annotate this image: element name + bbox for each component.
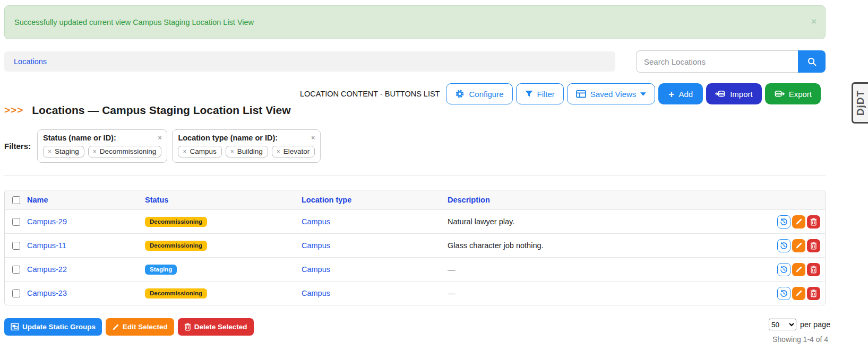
- configure-label: Configure: [469, 90, 503, 99]
- add-button[interactable]: + Add: [658, 83, 703, 104]
- filter-group-location-type-label: Location type (name or ID):: [178, 134, 278, 142]
- edit-selected-button[interactable]: Edit Selected: [106, 318, 174, 336]
- edit-button[interactable]: [792, 263, 805, 276]
- location-type-link[interactable]: Campus: [302, 265, 330, 274]
- breadcrumb-link-locations[interactable]: Locations: [14, 57, 47, 66]
- configure-button[interactable]: Configure: [446, 83, 512, 104]
- edit-button[interactable]: [792, 215, 805, 229]
- column-header-location-type[interactable]: Location type: [302, 196, 448, 204]
- pagination: 50 per page: [769, 319, 830, 330]
- table-row: Campus-29 Decommissioning Campus Natural…: [5, 209, 825, 233]
- search-bar: [636, 50, 826, 73]
- filter-tag-label: Staging: [55, 147, 79, 155]
- edit-button[interactable]: [792, 239, 805, 252]
- delete-button[interactable]: [807, 263, 820, 276]
- pencil-icon: [795, 266, 803, 273]
- pencil-icon: [795, 218, 803, 225]
- filter-tag-elevator[interactable]: ×Elevator: [272, 146, 315, 157]
- location-type-link[interactable]: Campus: [302, 241, 330, 250]
- column-header-name[interactable]: Name: [27, 196, 145, 204]
- remove-tag-icon[interactable]: ×: [230, 148, 234, 155]
- delete-selected-button[interactable]: Delete Selected: [178, 318, 254, 336]
- remove-tag-icon[interactable]: ×: [93, 148, 97, 155]
- location-type-link[interactable]: Campus: [302, 289, 330, 297]
- page-title-text: Locations — Campus Staging Location List…: [32, 104, 290, 117]
- description-cell: Natural lawyer play.: [448, 217, 772, 226]
- trash-icon: [810, 218, 817, 226]
- table-header-row: Name Status Location type Description: [5, 190, 825, 209]
- trash-icon: [810, 242, 817, 250]
- plus-icon: +: [668, 89, 674, 99]
- remove-tag-icon[interactable]: ×: [277, 148, 280, 155]
- history-clock-icon: [780, 242, 788, 250]
- delete-button[interactable]: [807, 239, 820, 252]
- row-checkbox[interactable]: [12, 242, 20, 250]
- import-button[interactable]: Import: [706, 83, 762, 104]
- changelog-button[interactable]: [777, 263, 790, 276]
- row-checkbox[interactable]: [12, 266, 20, 274]
- location-type-link[interactable]: Campus: [302, 217, 330, 226]
- alert-close-icon[interactable]: ×: [811, 16, 817, 27]
- select-all-checkbox[interactable]: [12, 196, 20, 204]
- delete-button[interactable]: [807, 287, 820, 300]
- table-row: Campus-23 Decommissioning Campus —: [5, 281, 825, 305]
- status-badge[interactable]: Staging: [145, 265, 177, 275]
- action-buttons-bar: LOCATION CONTENT - BUTTONS LIST Configur…: [4, 83, 821, 105]
- table-row: Campus-22 Staging Campus —: [5, 257, 825, 281]
- filter-tag-label: Building: [237, 147, 263, 155]
- per-page-select[interactable]: 50: [769, 319, 796, 330]
- filter-button[interactable]: Filter: [516, 83, 564, 104]
- location-name-link[interactable]: Campus-29: [27, 217, 67, 226]
- changelog-button[interactable]: [777, 215, 790, 229]
- changelog-button[interactable]: [777, 287, 790, 300]
- column-header-status[interactable]: Status: [145, 196, 302, 204]
- status-badge[interactable]: Decommissioning: [145, 241, 207, 251]
- status-badge[interactable]: Decommissioning: [145, 288, 207, 298]
- success-alert-message: Successfully updated current view Campus…: [14, 18, 254, 27]
- filter-tag-building[interactable]: ×Building: [226, 146, 268, 157]
- search-input[interactable]: [636, 50, 798, 73]
- export-button[interactable]: Export: [765, 83, 821, 104]
- location-name-link[interactable]: Campus-23: [27, 289, 67, 297]
- remove-filter-group-icon[interactable]: ×: [311, 134, 315, 142]
- object-group-icon: [11, 323, 19, 331]
- pencil-icon: [795, 242, 803, 249]
- remove-tag-icon[interactable]: ×: [183, 148, 186, 155]
- export-database-icon: [774, 90, 785, 98]
- edit-button[interactable]: [792, 287, 805, 300]
- buttons-list-context-label: LOCATION CONTENT - BUTTONS LIST: [300, 90, 440, 98]
- filter-tag-staging[interactable]: ×Staging: [43, 146, 84, 157]
- row-checkbox[interactable]: [12, 218, 20, 226]
- chevron-down-icon: [640, 92, 646, 96]
- debug-toolbar-label: DjDT: [855, 90, 866, 116]
- locations-table: Name Status Location type Description Ca…: [4, 190, 826, 305]
- filter-tag-decommissioning[interactable]: ×Decommissioning: [88, 146, 162, 157]
- location-name-link[interactable]: Campus-11: [27, 241, 66, 250]
- column-header-description[interactable]: Description: [448, 196, 772, 204]
- row-checkbox[interactable]: [12, 289, 20, 297]
- remove-filter-group-icon[interactable]: ×: [158, 134, 161, 142]
- saved-views-button[interactable]: Saved Views: [567, 83, 655, 104]
- debug-toolbar-handle[interactable]: DjDT: [852, 82, 868, 124]
- delete-button[interactable]: [807, 215, 820, 229]
- filter-tag-campus[interactable]: ×Campus: [178, 146, 221, 157]
- saved-views-label: Saved Views: [590, 90, 636, 99]
- description-cell: —: [448, 289, 772, 297]
- location-name-link[interactable]: Campus-22: [27, 265, 67, 274]
- update-static-groups-label: Update Static Groups: [22, 323, 96, 331]
- trash-icon: [810, 266, 817, 274]
- changelog-button[interactable]: [777, 239, 790, 252]
- search-button[interactable]: [798, 50, 826, 73]
- per-page-label: per page: [800, 320, 830, 329]
- add-label: Add: [678, 90, 693, 99]
- gear-icon: [455, 89, 465, 99]
- update-static-groups-button[interactable]: Update Static Groups: [4, 318, 102, 336]
- filter-group-status: Status (name or ID): × ×Staging ×Decommi…: [37, 129, 167, 163]
- filter-group-location-type: Location type (name or ID): × ×Campus ×B…: [172, 129, 321, 163]
- status-badge[interactable]: Decommissioning: [145, 217, 207, 227]
- history-clock-icon: [780, 218, 788, 226]
- remove-tag-icon[interactable]: ×: [48, 148, 51, 155]
- filter-label: Filter: [537, 90, 555, 99]
- delete-selected-label: Delete Selected: [194, 323, 247, 331]
- import-label: Import: [730, 90, 753, 99]
